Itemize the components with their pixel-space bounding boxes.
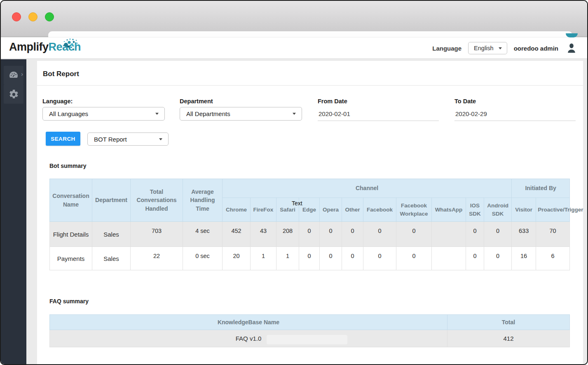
column-header: Average Handling Time: [183, 179, 223, 222]
app-window: AmplifyReach: [0, 0, 588, 365]
table-cell: 0: [484, 222, 512, 247]
table-cell: 70: [536, 222, 570, 247]
table-cell: 43: [251, 222, 276, 247]
language-dropdown-value: English: [474, 45, 494, 51]
from-date-label: From Date: [318, 98, 347, 105]
table-cell: 633: [512, 222, 536, 247]
table-cell: 703: [131, 222, 183, 247]
table-cell: 22: [131, 247, 183, 270]
column-header: Total Conversations Handled: [131, 179, 183, 222]
table-cell: 0: [396, 247, 432, 270]
minimize-button[interactable]: [28, 12, 37, 21]
browser-page-peek: [48, 31, 572, 37]
table-cell: Sales: [92, 247, 131, 270]
avatar-peek-circle: [566, 33, 578, 37]
table-cell: 0 sec: [183, 247, 223, 270]
table-cell: 16: [512, 247, 536, 270]
table-cell: 452: [223, 222, 251, 247]
table-cell: Sales: [92, 222, 131, 247]
sidebar-item-settings[interactable]: [4, 85, 23, 104]
from-date-input[interactable]: [318, 109, 439, 121]
logo-globe-icon: [59, 37, 80, 57]
filter-language-value: All Languages: [49, 110, 88, 117]
sidebar-item-dashboard[interactable]: [4, 66, 23, 85]
filter-language-label: Language:: [42, 98, 73, 105]
column-header: Facebook: [363, 198, 396, 222]
column-header: Facebook Workplace: [396, 198, 432, 222]
column-header: IOS SDK: [466, 198, 484, 222]
to-date-label: To Date: [454, 98, 476, 105]
column-header: Visitor: [512, 198, 536, 222]
chevron-down-icon: [499, 47, 502, 49]
logo-text-amplify: Amplify: [9, 41, 49, 53]
table-cell: 0: [363, 222, 396, 247]
blurred-region: [267, 335, 347, 344]
amplifyreach-logo[interactable]: AmplifyReach: [9, 41, 81, 53]
table-cell: 4 sec: [183, 222, 223, 247]
user-avatar-icon[interactable]: [565, 42, 578, 55]
search-button[interactable]: SEARCH: [46, 132, 80, 146]
filter-department-label: Department: [180, 98, 213, 105]
table-cell: 0: [466, 247, 484, 270]
window-titlebar: [1, 1, 587, 37]
filter-department-dropdown[interactable]: All Departments: [180, 107, 302, 121]
table-cell: Flight Details: [50, 222, 92, 247]
table-cell: 0: [363, 247, 396, 270]
filter-department-value: All Departments: [186, 110, 230, 117]
table-cell: 0: [342, 247, 363, 270]
header-right-cluster: Language English ooredoo admin: [432, 37, 578, 59]
table-cell: [432, 222, 466, 247]
table-cell: 20: [223, 247, 251, 270]
column-header: Total: [447, 315, 570, 330]
table-cell: 0: [299, 247, 320, 270]
filter-language-dropdown[interactable]: All Languages: [42, 107, 165, 121]
faq-summary-title: FAQ summary: [49, 298, 89, 305]
channel-group-header: Channel: [223, 179, 512, 198]
table-cell: 0: [299, 222, 320, 247]
column-header: Android SDK: [484, 198, 512, 222]
traffic-lights: [12, 12, 54, 21]
initiated-by-group-header: Initiated By: [512, 179, 570, 198]
sidebar: ›: [1, 59, 26, 364]
column-header: KnowledgeBase Name: [50, 315, 447, 330]
language-label: Language: [432, 45, 461, 52]
sidebar-expand-chevron-icon[interactable]: ›: [21, 70, 23, 77]
column-header: WhatsApp: [432, 198, 466, 222]
dashboard-icon: [9, 70, 19, 80]
language-dropdown[interactable]: English: [468, 42, 507, 54]
table-cell: [432, 247, 466, 270]
table-cell: 0: [320, 247, 342, 270]
to-date-input[interactable]: [454, 109, 576, 121]
stray-text-label: Text: [292, 200, 302, 207]
main-area: › Bot Report Language: All Languages Dep…: [1, 59, 587, 364]
table-cell: 0: [396, 222, 432, 247]
table-cell: 0: [484, 247, 512, 270]
table-cell: Payments: [50, 247, 92, 270]
table-cell: 0: [320, 222, 342, 247]
chevron-down-icon: [155, 113, 159, 115]
chevron-down-icon: [159, 138, 162, 140]
table-cell: FAQ v1.0: [50, 330, 447, 347]
logged-in-user: ooredoo admin: [514, 45, 558, 52]
bot-summary-title: Bot summary: [49, 163, 86, 169]
table-row: PaymentsSales220 sec20110000000166: [50, 247, 570, 270]
table-cell: 6: [536, 247, 570, 270]
chevron-down-icon: [293, 113, 296, 115]
column-header: FireFox: [251, 198, 276, 222]
close-button[interactable]: [12, 12, 21, 21]
report-type-dropdown[interactable]: BOT Report: [87, 133, 169, 146]
table-cell: 412: [447, 330, 570, 347]
page-title: Bot Report: [37, 61, 583, 86]
content-card: Bot Report Language: All Languages Depar…: [37, 61, 583, 364]
maximize-button[interactable]: [45, 12, 54, 21]
table-cell: 1: [251, 247, 276, 270]
column-header: Other: [342, 198, 363, 222]
report-type-value: BOT Report: [94, 136, 127, 143]
table-cell: 208: [276, 222, 299, 247]
table-cell: 1: [276, 247, 299, 270]
table-cell: 0: [466, 222, 484, 247]
table-cell: 0: [342, 222, 363, 247]
bot-summary-table: Conversation NameDepartmentTotal Convers…: [49, 179, 570, 270]
column-header: Conversation Name: [50, 179, 92, 222]
column-header: Chrome: [223, 198, 251, 222]
